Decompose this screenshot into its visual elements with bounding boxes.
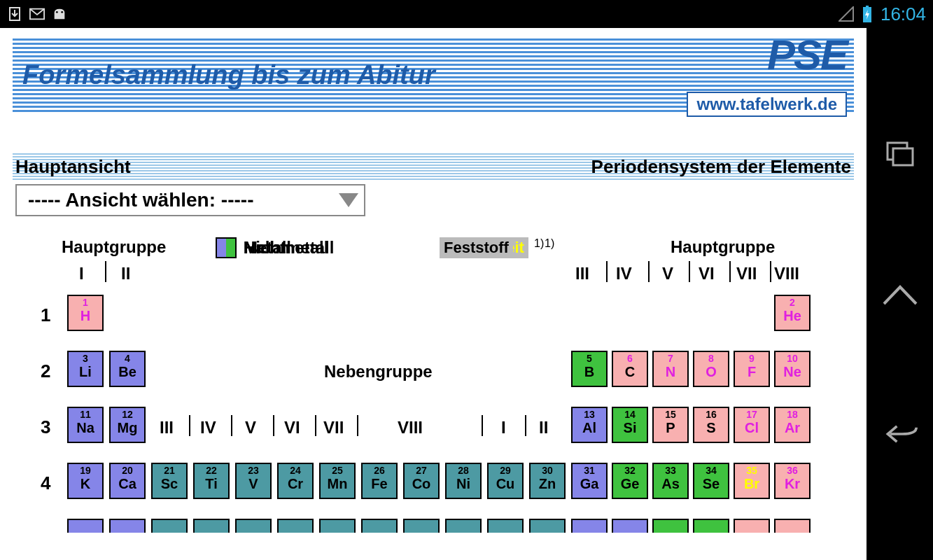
period-4: 4 [41,472,50,494]
home-button[interactable] [883,280,918,308]
element-Mg[interactable]: 12Mg [109,407,146,443]
subheader: Hauptansicht Periodensystem der Elemente [13,152,854,181]
subgroup-V: V [245,418,256,438]
element-Zn[interactable]: 30Zn [529,463,566,499]
element-Ca[interactable]: 20Ca [109,463,146,499]
svg-point-3 [61,11,63,13]
element-Se[interactable]: 34Se [693,463,729,499]
element-K[interactable]: 19K [67,463,104,499]
element-row5-9[interactable] [403,519,440,533]
page-title: Formelsammlung bis zum Abitur [13,60,435,90]
element-row5-12[interactable] [529,519,566,533]
element-row5-1[interactable] [67,519,104,533]
element-Ga[interactable]: 31Ga [571,463,608,499]
element-O[interactable]: 8O [693,351,729,387]
element-N[interactable]: 7N [652,351,689,387]
element-Al[interactable]: 13Al [571,407,608,443]
state-solid: Feststoff [440,237,513,258]
element-As[interactable]: 33As [652,463,689,499]
group-III: III [575,264,589,284]
subgroup-VII: VII [323,418,344,438]
subgroup-III: III [160,418,174,438]
clock: 16:04 [881,4,926,25]
element-row5-11[interactable] [487,519,524,533]
element-Kr[interactable]: 36Kr [774,463,811,499]
view-select[interactable]: ----- Ansicht wählen: ----- [15,184,365,216]
navigation-bar [867,28,933,560]
element-Li[interactable]: 3Li [67,351,104,387]
element-He[interactable]: 2He [774,295,811,331]
element-row5-10[interactable] [445,519,482,533]
status-bar: 16:04 [0,0,933,28]
element-Ne[interactable]: 10Ne [774,351,811,387]
element-P[interactable]: 15P [652,407,689,443]
element-row5-6[interactable] [277,519,314,533]
element-row5-17[interactable] [734,519,770,533]
element-F[interactable]: 9F [734,351,770,387]
solid-note: 1) [534,237,544,250]
legend-metall: Metall [216,237,291,258]
element-Cu[interactable]: 29Cu [487,463,524,499]
mail-icon [29,6,45,22]
element-row5-13[interactable] [571,519,608,533]
element-Cl[interactable]: 17Cl [734,407,770,443]
group-I: I [79,264,84,284]
element-row5-2[interactable] [109,519,146,533]
element-row5-8[interactable] [361,519,398,533]
period-3: 3 [41,416,50,438]
element-Cr[interactable]: 24Cr [277,463,314,499]
group-VI: VI [699,264,715,284]
element-Ni[interactable]: 28Ni [445,463,482,499]
element-row5-4[interactable] [193,519,230,533]
svg-rect-4 [866,6,869,7]
download-icon [7,6,22,22]
element-row5-16[interactable] [693,519,729,533]
signal-icon [839,6,854,22]
element-Fe[interactable]: 26Fe [361,463,398,499]
element-row5-3[interactable] [151,519,188,533]
subgroup-II: II [539,418,548,438]
element-Sc[interactable]: 21Sc [151,463,188,499]
element-Na[interactable]: 11Na [67,407,104,443]
subgroup-IV: IV [200,418,216,438]
element-row5-7[interactable] [319,519,356,533]
element-Br[interactable]: 35Br [734,463,770,499]
element-S[interactable]: 16S [693,407,729,443]
website-url: www.tafelwerk.de [687,92,847,117]
element-Ti[interactable]: 22Ti [193,463,230,499]
android-icon [52,6,67,22]
svg-rect-7 [893,148,913,165]
element-C[interactable]: 6C [612,351,648,387]
element-row5-5[interactable] [235,519,272,533]
element-Co[interactable]: 27Co [403,463,440,499]
element-row5-18[interactable] [774,519,811,533]
element-row5-14[interactable] [612,519,648,533]
group-VIII: VIII [774,264,799,284]
select-label: ----- Ansicht wählen: ----- [28,189,253,211]
subgroup-VIII: VIII [398,418,423,438]
element-B[interactable]: 5B [571,351,608,387]
element-row5-15[interactable] [652,519,689,533]
app-content: Formelsammlung bis zum Abitur PSE www.ta… [0,28,867,560]
hauptgruppe-right-label: Hauptgruppe [671,237,775,257]
page-subtitle: Periodensystem der Elemente [591,156,851,178]
element-Ar[interactable]: 18Ar [774,407,811,443]
element-Mn[interactable]: 25Mn [319,463,356,499]
element-V[interactable]: 23V [235,463,272,499]
chevron-down-icon [339,193,358,207]
element-Si[interactable]: 14Si [612,407,648,443]
pse-logo: PSE [767,31,847,79]
battery-icon [860,6,875,22]
element-Be[interactable]: 4Be [109,351,146,387]
svg-point-2 [56,11,58,13]
liquid-note: 1) [545,237,554,250]
element-H[interactable]: 1H [67,295,104,331]
subgroup-VI: VI [284,418,300,438]
element-Ge[interactable]: 32Ge [612,463,648,499]
group-V: V [662,264,673,284]
recent-apps-button[interactable] [883,140,918,168]
back-button[interactable] [883,420,918,448]
header-banner: Formelsammlung bis zum Abitur PSE www.ta… [13,36,854,113]
view-name: Hauptansicht [15,156,131,178]
group-II: II [121,264,130,284]
